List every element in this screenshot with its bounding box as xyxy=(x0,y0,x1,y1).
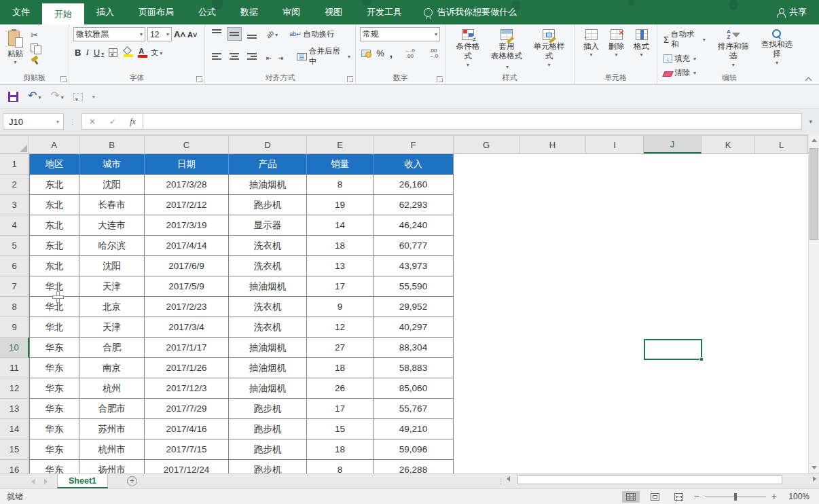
cell-C15[interactable]: 2017/7/15 xyxy=(145,439,229,460)
save-button[interactable] xyxy=(8,92,18,102)
column-header-H[interactable]: H xyxy=(520,136,586,154)
vertical-scroll-thumb[interactable] xyxy=(809,148,818,240)
cell-E10[interactable]: 27 xyxy=(307,338,374,358)
cell-F7[interactable]: 55,590 xyxy=(374,276,454,297)
font-dialog-launcher[interactable] xyxy=(196,76,202,82)
zoom-slider[interactable] xyxy=(705,497,766,497)
cell-A15[interactable]: 华东 xyxy=(29,439,79,460)
wrap-text-button[interactable]: ab↵ 自动换行 xyxy=(287,29,337,40)
ribbon-tab-审阅[interactable]: 审阅 xyxy=(270,0,312,24)
cell-B3[interactable]: 长春市 xyxy=(79,195,145,215)
cell-B16[interactable]: 扬州市 xyxy=(79,460,145,473)
cell-F4[interactable]: 46,240 xyxy=(374,215,454,236)
paste-button[interactable]: 粘贴 ▾ xyxy=(4,27,26,67)
row-header-16[interactable]: 16 xyxy=(0,460,29,473)
align-right-button[interactable] xyxy=(244,51,259,62)
collapse-ribbon-button[interactable] xyxy=(805,77,812,82)
cell-A9[interactable]: 华北 xyxy=(29,317,79,338)
copy-button[interactable] xyxy=(31,43,39,53)
cell-E8[interactable]: 9 xyxy=(307,297,374,317)
column-header-K[interactable]: K xyxy=(702,136,755,154)
formula-bar-splitter[interactable]: ⋮ xyxy=(69,118,76,126)
cell-D11[interactable]: 抽油烟机 xyxy=(229,358,307,378)
row-header-12[interactable]: 12 xyxy=(0,378,29,399)
insert-function-button[interactable]: fx xyxy=(123,117,143,127)
cell-C3[interactable]: 2017/2/12 xyxy=(145,195,229,215)
scroll-down-button[interactable] xyxy=(809,462,819,473)
cell-D1[interactable]: 产品 xyxy=(229,154,307,175)
ribbon-tab-页面布局[interactable]: 页面布局 xyxy=(126,0,186,24)
cell-B10[interactable]: 合肥 xyxy=(79,338,145,358)
cell-D13[interactable]: 跑步机 xyxy=(229,399,307,419)
page-break-view-button[interactable] xyxy=(670,491,687,503)
cell-D7[interactable]: 抽油烟机 xyxy=(229,276,307,297)
cell-E9[interactable]: 12 xyxy=(307,317,374,338)
column-header-J[interactable]: J xyxy=(644,136,702,154)
cell-A5[interactable]: 东北 xyxy=(29,236,79,256)
fill-handle[interactable] xyxy=(699,357,704,361)
touch-mode-button[interactable] xyxy=(73,93,83,101)
cell-C9[interactable]: 2017/3/4 xyxy=(145,317,229,338)
cell-C8[interactable]: 2017/2/23 xyxy=(145,297,229,317)
cell-F8[interactable]: 29,952 xyxy=(374,297,454,317)
column-header-L[interactable]: L xyxy=(755,136,808,154)
increase-decimal-button[interactable]: ←.0 .00 xyxy=(401,48,418,59)
new-sheet-button[interactable]: + xyxy=(127,476,137,486)
cell-A12[interactable]: 华东 xyxy=(29,378,79,399)
next-sheet-button[interactable] xyxy=(44,479,48,484)
tab-scrollbar-splitter[interactable]: ⋮ xyxy=(498,478,504,485)
clipboard-dialog-launcher[interactable] xyxy=(60,76,67,82)
cell-F11[interactable]: 58,883 xyxy=(374,358,454,378)
row-header-10[interactable]: 10 xyxy=(0,338,29,358)
cell-B12[interactable]: 杭州 xyxy=(79,378,145,399)
row-header-15[interactable]: 15 xyxy=(0,439,29,460)
increase-indent-button[interactable]: ⇥ xyxy=(278,53,287,60)
number-format-select[interactable]: 常规▾ xyxy=(360,27,440,41)
cell-A1[interactable]: 地区 xyxy=(29,154,79,175)
zoom-level-button[interactable]: 100% xyxy=(784,492,809,501)
column-header-B[interactable]: B xyxy=(79,136,145,154)
cell-E13[interactable]: 17 xyxy=(307,399,374,419)
cell-F3[interactable]: 62,293 xyxy=(374,195,454,215)
cell-F9[interactable]: 40,297 xyxy=(374,317,454,338)
cell-C7[interactable]: 2017/5/9 xyxy=(145,276,229,297)
cell-D4[interactable]: 显示器 xyxy=(229,215,307,236)
cell-D8[interactable]: 洗衣机 xyxy=(229,297,307,317)
alignment-dialog-launcher[interactable] xyxy=(347,76,353,82)
cell-E1[interactable]: 销量 xyxy=(307,154,374,175)
format-painter-button[interactable] xyxy=(31,56,39,65)
enter-button[interactable]: ✓ xyxy=(103,117,123,126)
ribbon-tab-公式[interactable]: 公式 xyxy=(186,0,228,24)
cell-E2[interactable]: 8 xyxy=(307,175,374,195)
undo-button[interactable]: ↶ xyxy=(28,91,41,103)
cell-C6[interactable]: 2017/6/9 xyxy=(145,256,229,276)
vertical-scrollbar[interactable] xyxy=(808,134,819,473)
orientation-button[interactable]: ab xyxy=(266,29,278,39)
cell-F5[interactable]: 60,777 xyxy=(374,236,454,256)
font-size-select[interactable]: 12▾ xyxy=(147,27,172,41)
normal-view-button[interactable] xyxy=(622,491,640,503)
format-as-table-button[interactable]: 套用 表格格式 xyxy=(486,27,527,73)
formula-input[interactable] xyxy=(143,113,803,130)
cell-F15[interactable]: 59,096 xyxy=(374,439,454,460)
sheet-tab-sheet1[interactable]: Sheet1 xyxy=(57,474,108,488)
decrease-font-size-button[interactable]: A˅ xyxy=(187,31,197,39)
cell-A11[interactable]: 华东 xyxy=(29,358,79,378)
row-header-8[interactable]: 8 xyxy=(0,297,29,317)
cell-E14[interactable]: 15 xyxy=(307,419,374,439)
redo-button[interactable]: ↷ xyxy=(50,91,63,103)
accounting-format-button[interactable] xyxy=(361,50,371,57)
cell-A2[interactable]: 东北 xyxy=(29,175,79,195)
customize-qat-button[interactable]: ▾ xyxy=(92,94,95,100)
cell-B5[interactable]: 哈尔滨 xyxy=(79,236,145,256)
previous-sheet-button[interactable] xyxy=(31,479,35,484)
name-box[interactable]: J10 ▾ xyxy=(3,113,64,130)
column-header-C[interactable]: C xyxy=(145,136,229,154)
cell-F6[interactable]: 43,973 xyxy=(374,256,454,276)
row-header-9[interactable]: 9 xyxy=(0,317,29,338)
cell-D3[interactable]: 跑步机 xyxy=(229,195,307,215)
cell-B1[interactable]: 城市 xyxy=(79,154,145,175)
font-color-button[interactable]: A xyxy=(136,48,146,58)
row-header-5[interactable]: 5 xyxy=(0,236,29,256)
cell-A3[interactable]: 东北 xyxy=(29,195,79,215)
